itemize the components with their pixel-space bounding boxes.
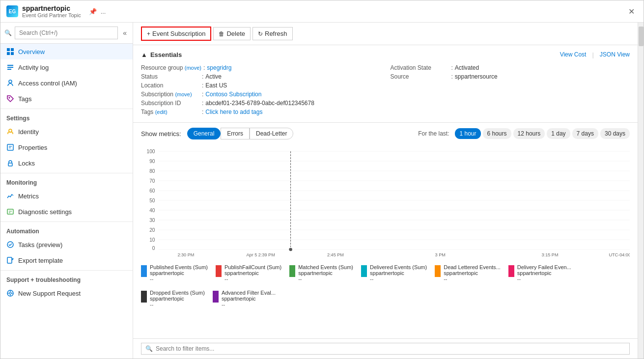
resource-subtitle: Event Grid Partner Topic <box>22 12 81 18</box>
svg-text:2:45 PM: 2:45 PM <box>327 252 344 257</box>
svg-point-8 <box>9 97 10 99</box>
close-button[interactable]: ✕ <box>625 6 638 17</box>
svg-point-9 <box>9 129 12 132</box>
sidebar-item-properties[interactable]: Properties <box>0 139 133 155</box>
source-value: sppartnersource <box>455 73 498 80</box>
svg-rect-13 <box>8 163 12 166</box>
search-icon: 🔍 <box>4 29 12 36</box>
legend-color-dead-lettered <box>435 265 441 277</box>
legend-text-delivery-failed: Delivery Failed Even... sppartnertopic -… <box>517 264 571 282</box>
svg-text:40: 40 <box>149 208 155 213</box>
delete-button[interactable]: 🗑 Delete <box>213 27 251 40</box>
search-input[interactable] <box>15 27 118 39</box>
subscription-value[interactable]: Contoso Subscription <box>205 91 261 98</box>
svg-text:90: 90 <box>149 159 155 164</box>
legend-item-advanced-filter: Advanced Filter Eval... sppartnertopic -… <box>213 290 276 307</box>
metrics-section: Show metrics: General Errors Dead-Letter… <box>133 123 638 338</box>
svg-rect-10 <box>7 144 13 150</box>
sidebar-item-support[interactable]: New Support Request <box>0 285 133 301</box>
search-bar: 🔍 « <box>0 23 133 44</box>
svg-text:100: 100 <box>147 149 155 154</box>
main-layout: 🔍 « Overview Activity log <box>0 23 644 359</box>
tasks-icon <box>6 241 14 249</box>
sidebar-item-export[interactable]: Export template <box>0 252 133 268</box>
svg-rect-14 <box>7 209 13 214</box>
time-tab-30days[interactable]: 30 days <box>600 128 630 139</box>
sidebar-item-label: New Support Request <box>18 290 81 297</box>
svg-text:3 PM: 3 PM <box>435 252 446 257</box>
sidebar-item-identity[interactable]: Identity <box>0 124 133 139</box>
essentials-row-tags: Tags (edit) : Click here to add tags <box>141 108 381 116</box>
legend-text-matched: Matched Events (Sum) sppartnertopic -- <box>298 264 353 282</box>
sidebar-item-activity-log[interactable]: Activity log <box>0 59 133 75</box>
move-sub-link[interactable]: (move) <box>175 91 192 97</box>
sidebar-item-metrics[interactable]: Metrics <box>0 188 133 204</box>
pin-icon[interactable]: 📌 <box>89 8 97 15</box>
tab-general[interactable]: General <box>187 128 221 139</box>
tab-errors[interactable]: Errors <box>221 128 250 139</box>
legend-item-dead-lettered: Dead Lettered Events... sppartnertopic -… <box>435 264 501 282</box>
activation-state-value: Activated <box>455 64 479 71</box>
time-tab-1hour[interactable]: 1 hour <box>455 128 480 139</box>
svg-text:Apr 5  2:39 PM: Apr 5 2:39 PM <box>247 252 275 257</box>
essentials-left-col: Resource group (move) : spegridrg Status… <box>141 63 381 116</box>
metrics-tabs: General Errors Dead-Letter <box>187 128 294 139</box>
sidebar-item-tasks[interactable]: Tasks (preview) <box>0 237 133 252</box>
metrics-icon <box>6 192 14 200</box>
svg-text:80: 80 <box>149 168 155 174</box>
time-tab-1day[interactable]: 1 day <box>547 128 570 139</box>
legend-text-delivered: Delivered Events (Sum) sppartnertopic -- <box>370 264 427 282</box>
legend-item-matched: Matched Events (Sum) sppartnertopic -- <box>289 264 353 282</box>
properties-icon <box>6 143 14 151</box>
refresh-button[interactable]: ↻ Refresh <box>252 27 293 40</box>
right-scrollbar[interactable] <box>638 23 644 359</box>
svg-text:2:30 PM: 2:30 PM <box>177 252 194 257</box>
json-view-link[interactable]: JSON View <box>600 51 630 58</box>
svg-point-21 <box>9 292 11 294</box>
sidebar-item-access-control[interactable]: Access control (IAM) <box>0 75 133 91</box>
sidebar-item-label: Activity log <box>18 64 49 71</box>
location-value: East US <box>205 82 227 89</box>
more-icon[interactable]: ... <box>101 8 106 15</box>
chevron-icon[interactable]: ▲ <box>141 51 147 58</box>
title-text: sppartnertopic Event Grid Partner Topic <box>22 4 81 18</box>
legend-text-published: Published Events (Sum) sppartnertopic -- <box>150 264 208 282</box>
essentials-section: ▲ Essentials View Cost | JSON View Resou… <box>133 45 638 123</box>
essentials-header: ▲ Essentials View Cost | JSON View <box>141 51 630 58</box>
svg-text:50: 50 <box>149 198 155 203</box>
svg-text:30: 30 <box>149 218 155 223</box>
app-icon: EG <box>6 5 18 17</box>
status-value: Active <box>205 73 222 80</box>
time-tab-12hours[interactable]: 12 hours <box>513 128 545 139</box>
sidebar-item-overview[interactable]: Overview <box>0 44 133 59</box>
subscription-id-value: abcdef01-2345-6789-0abc-def012345678 <box>205 100 314 107</box>
sidebar-item-tags[interactable]: Tags <box>0 91 133 107</box>
time-tab-7days[interactable]: 7 days <box>572 128 598 139</box>
bottom-search-input[interactable] <box>156 345 625 352</box>
sidebar-item-locks[interactable]: Locks <box>0 155 133 171</box>
view-cost-link[interactable]: View Cost <box>560 51 587 58</box>
legend-color-delivery-failed <box>508 265 514 277</box>
content-area: + Event Subscription 🗑 Delete ↻ Refresh … <box>133 23 638 359</box>
essentials-row-subscription-id: Subscription ID : abcdef01-2345-6789-0ab… <box>141 99 381 108</box>
sidebar-item-label: Overview <box>18 48 45 55</box>
sidebar-item-diagnostic[interactable]: Diagnostic settings <box>0 204 133 220</box>
essentials-row-location: Location : East US <box>141 81 381 90</box>
time-tab-6hours[interactable]: 6 hours <box>483 128 511 139</box>
support-icon <box>6 289 14 297</box>
tags-value[interactable]: Click here to add tags <box>205 109 262 115</box>
section-monitoring: Monitoring <box>0 173 133 188</box>
legend-color-dropped <box>141 291 147 303</box>
svg-point-49 <box>289 248 293 251</box>
move-rg-link[interactable]: (move) <box>185 65 201 71</box>
collapse-button[interactable]: « <box>121 27 129 39</box>
access-control-icon <box>6 79 14 87</box>
tab-dead-letter[interactable]: Dead-Letter <box>250 128 293 139</box>
event-subscription-label: Event Subscription <box>152 30 205 37</box>
svg-point-7 <box>9 80 12 83</box>
sidebar-item-label: Access control (IAM) <box>18 80 77 87</box>
scrollbar-thumb <box>639 27 644 46</box>
edit-tags-link[interactable]: (edit) <box>155 109 168 115</box>
event-subscription-button[interactable]: + Event Subscription <box>141 27 211 41</box>
resource-group-value[interactable]: spegridrg <box>207 64 231 71</box>
